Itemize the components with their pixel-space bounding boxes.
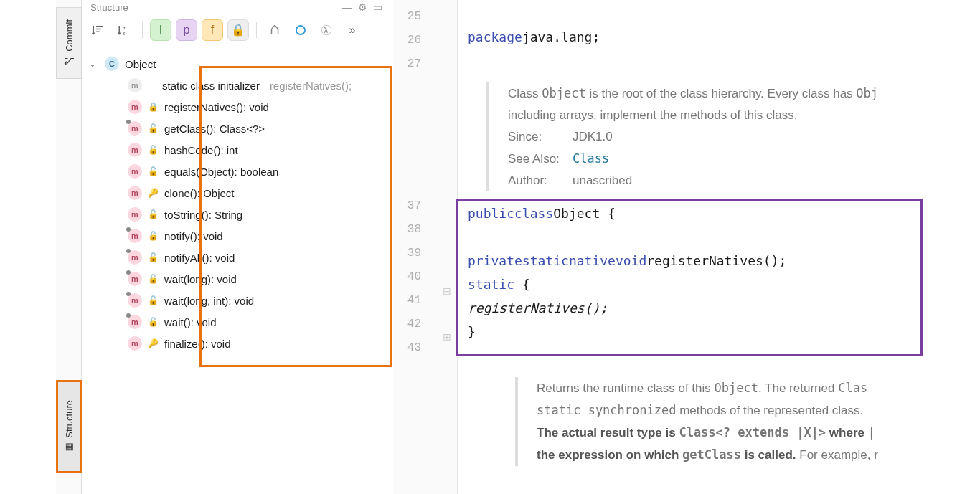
structure-panel-title: Structure xyxy=(90,2,128,13)
tree-item[interactable]: m🔓getClass(): Class<?> xyxy=(89,118,385,139)
line-number: 38 xyxy=(393,217,457,241)
code-line xyxy=(458,1,980,25)
tree-item-label: getClass(): Class<?> xyxy=(164,123,265,135)
tree-item[interactable]: m🔒registerNatives(): void xyxy=(89,96,385,118)
show-lambdas-button[interactable] xyxy=(316,19,337,41)
method-icon: m xyxy=(128,164,142,179)
tree-item[interactable]: m🔑clone(): Object xyxy=(89,182,385,204)
method-icon: m xyxy=(128,100,142,114)
public-icon: 🔓 xyxy=(148,274,159,284)
tree-item-label: equals(Object): boolean xyxy=(164,166,278,178)
javadoc-block: Returns the runtime class of this Object… xyxy=(515,377,980,466)
sort-alphabetically-button[interactable]: az xyxy=(113,19,135,41)
method-icon: m xyxy=(128,293,142,308)
tree-item[interactable]: m🔓toString(): String xyxy=(89,204,385,225)
left-tool-rail: ⎇ Commit ▦ Structure xyxy=(56,0,82,494)
method-icon: m xyxy=(128,315,142,329)
line-number: 39 xyxy=(393,241,457,265)
structure-tree: ⌄ C Object mstatic class initializerregi… xyxy=(82,47,390,360)
tree-item[interactable]: m🔓wait(long): void xyxy=(89,268,385,290)
tree-item-label: notifyAll(): void xyxy=(164,252,235,264)
tree-item-label: toString(): String xyxy=(164,209,242,221)
method-icon: m xyxy=(128,272,142,286)
chevron-down-icon[interactable]: ⌄ xyxy=(89,59,99,69)
structure-tab-label: Structure xyxy=(64,400,75,438)
tree-item-ghost: registerNatives(); xyxy=(270,80,352,92)
gutter-collapse-icon[interactable]: ⊟ xyxy=(443,285,451,297)
svg-text:a: a xyxy=(123,25,126,30)
class-icon: C xyxy=(105,57,119,71)
svg-point-2 xyxy=(296,26,305,34)
protected-icon: 🔑 xyxy=(148,338,159,348)
code-line: registerNatives(); xyxy=(458,296,980,320)
public-icon: 🔓 xyxy=(148,123,159,133)
public-icon: 🔓 xyxy=(148,252,159,262)
line-number: 25 xyxy=(393,4,457,28)
code-line: public class Object { xyxy=(458,201,980,225)
svg-text:z: z xyxy=(123,30,126,35)
show-interfaces-button[interactable]: I xyxy=(150,19,171,41)
structure-icon: ▦ xyxy=(64,442,75,453)
toolbar-more-button[interactable]: » xyxy=(341,19,363,41)
tree-root-label: Object xyxy=(125,58,156,70)
sort-by-type-button[interactable] xyxy=(88,19,109,41)
public-icon: 🔓 xyxy=(148,145,159,155)
tree-item[interactable]: m🔑finalize(): void xyxy=(89,333,385,354)
line-number xyxy=(393,146,457,170)
tree-item[interactable]: m🔓wait(): void xyxy=(89,311,385,333)
tree-item-label: wait(long, int): void xyxy=(164,295,254,307)
method-icon: m xyxy=(128,78,142,92)
method-icon: m xyxy=(128,250,142,265)
commit-tab-label: Commit xyxy=(64,19,75,52)
commit-tab[interactable]: ⎇ Commit xyxy=(56,7,82,79)
tree-item-label: hashCode(): int xyxy=(164,144,238,156)
code-editor[interactable]: package java.lang; Class Object is the r… xyxy=(458,0,980,494)
hide-icon[interactable]: ▭ xyxy=(373,1,382,13)
public-icon: 🔓 xyxy=(148,166,159,176)
lock-icon: 🔒 xyxy=(148,102,159,112)
structure-tab[interactable]: ▦ Structure xyxy=(56,380,82,473)
tree-item[interactable]: m🔓notify(): void xyxy=(89,225,385,247)
tree-item[interactable]: m🔓hashCode(): int xyxy=(89,139,385,161)
public-icon: 🔓 xyxy=(148,231,159,241)
code-line xyxy=(458,225,980,249)
tree-item-label: registerNatives(): void xyxy=(164,101,269,113)
structure-panel: Structure — ⚙ ▭ az I p f 🔒 » ⌄ xyxy=(82,0,390,494)
show-nonpublic-button[interactable]: 🔒 xyxy=(227,19,249,41)
public-icon: 🔓 xyxy=(148,317,159,327)
toolbar-separator xyxy=(142,22,143,38)
tree-item[interactable]: mstatic class initializerregisterNatives… xyxy=(89,75,385,96)
show-anonymous-button[interactable] xyxy=(290,19,311,41)
code-line xyxy=(458,49,980,72)
method-icon: m xyxy=(128,143,142,157)
method-icon: m xyxy=(128,186,142,200)
editor-gutter: 25262737383940414243 ⊟ ⊞ xyxy=(393,0,458,494)
tree-item-label: static class initializer xyxy=(162,80,260,92)
line-number: 27 xyxy=(393,52,457,75)
method-icon: m xyxy=(128,121,142,136)
tree-item-label: wait(long): void xyxy=(164,273,237,285)
code-line: static { xyxy=(458,272,980,296)
tree-root-row[interactable]: ⌄ C Object xyxy=(89,53,385,75)
vcs-icon: ⎇ xyxy=(64,56,75,67)
show-inherited-button[interactable] xyxy=(264,19,286,41)
method-icon: m xyxy=(128,229,142,243)
minimize-icon[interactable]: — xyxy=(342,1,352,13)
method-icon: m xyxy=(128,336,142,351)
tree-item[interactable]: m🔓notifyAll(): void xyxy=(89,247,385,268)
tree-item[interactable]: m🔓wait(long, int): void xyxy=(89,290,385,311)
protected-icon: 🔑 xyxy=(148,188,159,198)
show-properties-button[interactable]: p xyxy=(176,19,197,41)
gear-icon[interactable]: ⚙ xyxy=(358,1,367,13)
line-number: 26 xyxy=(393,28,457,52)
show-fields-button[interactable]: f xyxy=(202,19,223,41)
structure-toolbar: az I p f 🔒 » xyxy=(82,13,390,47)
code-line xyxy=(458,343,980,367)
tree-item[interactable]: m🔓equals(Object): boolean xyxy=(89,161,385,182)
tree-item-label: finalize(): void xyxy=(164,338,231,350)
code-line: package java.lang; xyxy=(458,25,980,49)
method-icon: m xyxy=(128,207,142,222)
public-icon: 🔓 xyxy=(148,295,159,305)
javadoc-block: Class Object is the root of the class hi… xyxy=(486,82,980,191)
gutter-expand-icon[interactable]: ⊞ xyxy=(443,331,451,343)
